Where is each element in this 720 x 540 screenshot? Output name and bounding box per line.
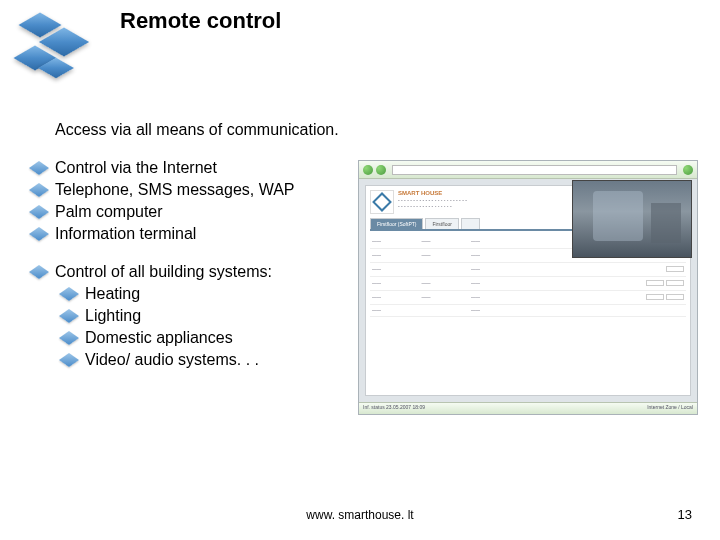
bullet-text: Video/ audio systems. . .: [85, 350, 355, 370]
bullet-text: Information terminal: [55, 224, 355, 244]
back-icon: [363, 165, 373, 175]
go-icon: [683, 165, 693, 175]
browser-body: SMART HOUSE - - - - - - - - - - - - - - …: [359, 179, 697, 402]
intro-text: Access via all means of communication.: [55, 120, 355, 140]
slide-content: Access via all means of communication. C…: [55, 120, 355, 388]
brand-text: SMART HOUSE: [398, 190, 442, 196]
sub-bullets: Heating Lighting Domestic appliances Vid…: [85, 284, 355, 370]
desc-line: - - - - - - - - - - - - - - - - - -: [398, 203, 452, 209]
list-item: Video/ audio systems. . .: [85, 350, 355, 370]
bullet-text: Telephone, SMS messages, WAP: [55, 180, 355, 200]
browser-statusbar: Inf. status 23.05.2007 18:09 Internet Zo…: [359, 402, 697, 414]
list-item: Control of all building systems:: [55, 262, 355, 282]
list-item: Heating: [85, 284, 355, 304]
list-item: Palm computer: [55, 202, 355, 222]
table-row: ————: [370, 305, 686, 317]
footer-url: www. smarthouse. lt: [0, 508, 720, 522]
camera-feed: [572, 180, 692, 258]
bullet-icon: [29, 205, 49, 219]
slide-title: Remote control: [120, 8, 281, 34]
bullet-icon: [59, 287, 79, 301]
page-panel: SMART HOUSE - - - - - - - - - - - - - - …: [365, 185, 691, 396]
browser-toolbar: [359, 161, 697, 179]
logo-cubes: [18, 8, 98, 88]
list-item: Telephone, SMS messages, WAP: [55, 180, 355, 200]
bullet-icon: [59, 309, 79, 323]
table-row: ——————: [370, 277, 686, 291]
status-left: Inf. status 23.05.2007 18:09: [363, 404, 425, 413]
list-item: Domestic appliances: [85, 328, 355, 348]
status-right: Internet Zone / Local: [647, 404, 693, 413]
tab: [461, 218, 481, 229]
table-row: ——————: [370, 291, 686, 305]
page-number: 13: [678, 507, 692, 522]
bullet-icon: [59, 353, 79, 367]
bullet-text: Control via the Internet: [55, 158, 355, 178]
tab: Firstfloor: [425, 218, 458, 229]
bullet-icon: [59, 331, 79, 345]
main-bullets: Control via the Internet Telephone, SMS …: [55, 158, 355, 244]
bullet-text: Heating: [85, 284, 355, 304]
address-bar: [392, 165, 677, 175]
tab-active: Firstfloor (SoftPT): [370, 218, 423, 229]
bullet-icon: [29, 265, 49, 279]
bullet-icon: [29, 227, 49, 241]
list-item: Lighting: [85, 306, 355, 326]
logo-mark-icon: [372, 192, 392, 212]
bullet-text: Domestic appliances: [85, 328, 355, 348]
bullet-text: Lighting: [85, 306, 355, 326]
bullet-text: Control of all building systems:: [55, 262, 355, 282]
list-item: Control via the Internet: [55, 158, 355, 178]
forward-icon: [376, 165, 386, 175]
bullet-icon: [29, 161, 49, 175]
embedded-screenshot: SMART HOUSE - - - - - - - - - - - - - - …: [358, 160, 698, 415]
site-logo: [370, 190, 394, 214]
section-2: Control of all building systems: Heating…: [55, 262, 355, 370]
bullet-icon: [29, 183, 49, 197]
list-item: Information terminal: [55, 224, 355, 244]
table-row: ————: [370, 263, 686, 277]
bullet-text: Palm computer: [55, 202, 355, 222]
